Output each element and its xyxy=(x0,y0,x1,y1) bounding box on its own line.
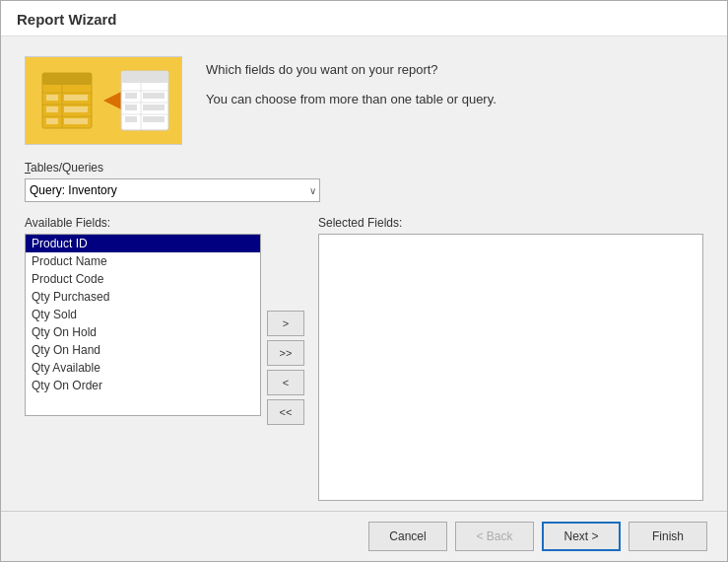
available-fields-list[interactable]: Product IDProduct NameProduct CodeQty Pu… xyxy=(25,234,261,416)
svg-rect-24 xyxy=(143,105,165,110)
field-item[interactable]: Product Name xyxy=(26,252,260,270)
svg-rect-9 xyxy=(46,118,58,124)
description-line2: You can choose from more than one table … xyxy=(206,90,703,109)
dialog-title: Report Wizard xyxy=(1,1,727,36)
field-item[interactable]: Qty Sold xyxy=(26,306,260,323)
top-section: Which fields do you want on your report?… xyxy=(1,36,727,161)
fields-row: Available Fields: Product IDProduct Name… xyxy=(25,216,703,501)
svg-rect-7 xyxy=(46,95,58,101)
report-wizard-dialog: Report Wizard xyxy=(0,0,728,562)
wizard-description: Which fields do you want on your report?… xyxy=(206,56,703,108)
field-item[interactable]: Product Code xyxy=(26,270,260,288)
query-select[interactable]: Query: Inventory xyxy=(25,178,320,202)
svg-rect-12 xyxy=(64,118,88,124)
tables-queries-label: Tables/Queries xyxy=(25,161,703,175)
svg-rect-25 xyxy=(143,116,165,122)
svg-rect-22 xyxy=(125,116,137,122)
dialog-footer: Cancel < Back Next > Finish xyxy=(1,511,727,561)
svg-rect-2 xyxy=(42,73,92,85)
available-fields-label: Available Fields: xyxy=(25,216,261,230)
transfer-buttons: > >> < << xyxy=(261,234,310,501)
field-item[interactable]: Product ID xyxy=(26,235,260,252)
dialog-body: Which fields do you want on your report?… xyxy=(1,36,727,511)
dropdown-wrapper: Query: Inventory xyxy=(25,178,703,202)
field-item[interactable]: Qty Purchased xyxy=(26,288,260,306)
finish-button[interactable]: Finish xyxy=(629,522,707,551)
available-fields-column: Available Fields: Product IDProduct Name… xyxy=(25,216,261,501)
description-line1: Which fields do you want on your report? xyxy=(206,60,703,80)
move-one-right-button[interactable]: > xyxy=(267,311,304,336)
field-item[interactable]: Qty On Order xyxy=(26,377,260,394)
field-item[interactable]: Qty On Hold xyxy=(26,323,260,341)
move-one-left-button[interactable]: < xyxy=(267,370,304,395)
svg-rect-23 xyxy=(143,93,165,99)
svg-rect-21 xyxy=(125,105,137,110)
field-item[interactable]: Qty Available xyxy=(26,359,260,377)
svg-rect-15 xyxy=(121,71,168,83)
svg-rect-11 xyxy=(64,106,88,112)
selected-fields-label: Selected Fields: xyxy=(318,216,703,230)
wizard-graphic xyxy=(25,56,182,145)
move-all-right-button[interactable]: >> xyxy=(267,340,304,366)
svg-rect-20 xyxy=(125,93,137,99)
field-item[interactable]: Qty On Hand xyxy=(26,341,260,359)
back-button[interactable]: < Back xyxy=(455,522,534,551)
next-button[interactable]: Next > xyxy=(542,522,621,551)
select-wrapper: Query: Inventory xyxy=(25,178,320,202)
move-all-left-button[interactable]: << xyxy=(267,399,304,425)
selected-fields-list[interactable] xyxy=(318,234,703,501)
svg-rect-10 xyxy=(64,95,88,101)
cancel-button[interactable]: Cancel xyxy=(368,522,447,551)
selected-fields-column: Selected Fields: xyxy=(318,216,703,501)
svg-rect-8 xyxy=(46,106,58,112)
main-section: Tables/Queries Query: Inventory Availabl… xyxy=(1,161,727,511)
